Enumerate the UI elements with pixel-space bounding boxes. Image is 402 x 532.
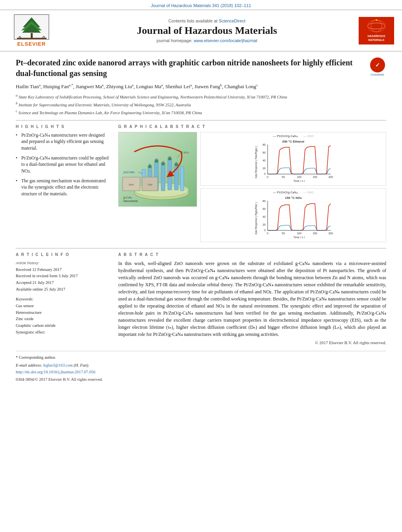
svg-text:150: 150 xyxy=(313,176,317,178)
elsevier-logo-section: ELSEVIER xyxy=(6,14,57,47)
svg-text:0: 0 xyxy=(264,172,266,175)
svg-text:60: 60 xyxy=(262,208,266,210)
svg-rect-4 xyxy=(17,38,47,39)
svg-text:50: 50 xyxy=(282,232,285,235)
article-title-section: Pt–decorated zinc oxide nanorod arrays w… xyxy=(16,57,386,79)
abstract-heading: A B S T R A C T xyxy=(118,252,386,257)
received-date: Received 12 February 2017 xyxy=(16,267,110,273)
svg-text:g-C₃N₄: g-C₃N₄ xyxy=(123,196,132,199)
svg-text:ZnO NRs: ZnO NRs xyxy=(123,171,135,173)
online-date: Available online 25 July 2017 xyxy=(16,286,110,293)
svg-rect-0 xyxy=(31,33,33,38)
contents-available: Contents lists available at ScienceDirec… xyxy=(61,19,353,23)
keywords-list: Gas sensor Heterostructure Zinc oxide Gr… xyxy=(16,303,110,336)
highlight-item-3: The gas sensing mechanism was demonstrat… xyxy=(16,178,110,197)
footer-issn: 0304-3894/© 2017 Elsevier B.V. All right… xyxy=(16,376,386,383)
top-journal-link: Journal of Hazardous Materials 341 (2018… xyxy=(0,0,402,9)
info-dates: Received 12 February 2017 Received in re… xyxy=(16,267,110,293)
keyword-3: Zinc oxide xyxy=(16,316,110,323)
affil-a: a State Key Laboratory of Solidification… xyxy=(16,93,386,100)
hazardous-globe-svg xyxy=(367,19,386,33)
authors-line: Hailin Tiana, Huiqing Fana,*, Jiangwei M… xyxy=(16,83,386,91)
nanorod-svg: g-C₃N₄ Nanosheets ZnO NRs xyxy=(119,132,197,207)
abstract-copyright: © 2017 Elsevier B.V. All rights reserved… xyxy=(118,340,386,345)
abstract-text: In this work, well-aligned ZnO nanorods … xyxy=(118,260,386,338)
revised-date: Received in revised form 3 July 2017 xyxy=(16,273,110,280)
svg-point-28 xyxy=(156,158,158,160)
section-divider-2 xyxy=(16,248,386,248)
svg-text:TEM: TEM xyxy=(147,183,153,185)
svg-text:Time ( s ): Time ( s ) xyxy=(293,236,305,238)
svg-text:250 °C  Ethanol: 250 °C Ethanol xyxy=(282,140,304,143)
header-center: Contents lists available at ScienceDirec… xyxy=(61,19,353,43)
hazardous-badge: HAZARDOUSMATERIALS xyxy=(359,17,394,44)
svg-text:SEM: SEM xyxy=(128,183,134,185)
svg-text:0: 0 xyxy=(264,229,266,232)
history-label: Article history: xyxy=(16,261,110,265)
article-title: Pt–decorated zinc oxide nanorod arrays w… xyxy=(16,57,365,79)
hazardous-badge-section: HAZARDOUSMATERIALS xyxy=(357,17,396,44)
svg-text:50: 50 xyxy=(282,176,285,178)
right-col-abstract: A B S T R A C T In this work, well-align… xyxy=(118,252,386,345)
svg-text:100: 100 xyxy=(297,232,302,235)
svg-text:20: 20 xyxy=(262,167,266,170)
article-info-heading: A R T I C L E I N F O xyxy=(16,252,110,257)
svg-text:200: 200 xyxy=(328,176,333,178)
svg-text:40: 40 xyxy=(262,215,266,218)
elsevier-wordmark: ELSEVIER xyxy=(17,41,46,47)
chart1-legend1: — Pt/ZnO/g-C₃N₄ xyxy=(273,134,297,138)
header-area: ELSEVIER Contents lists available at Sci… xyxy=(0,9,402,52)
sciencedirect-link[interactable]: ScienceDirect xyxy=(219,19,246,23)
svg-text:200: 200 xyxy=(328,232,333,235)
footer-email-link[interactable]: hqfan3@163.com xyxy=(43,363,73,367)
hazardous-label: HAZARDOUSMATERIALS xyxy=(368,34,385,41)
highlights-graphical-row: H I G H L I G H T S Pt/ZnO/g-C₃N₄ nanost… xyxy=(16,124,386,242)
chart1-legend2: — ZnO xyxy=(303,134,314,138)
svg-text:0: 0 xyxy=(267,176,268,178)
accepted-date: Accepted 21 July 2017 xyxy=(16,280,110,286)
svg-text:0: 0 xyxy=(267,232,268,235)
keyword-4: Graphitic carbon nitride xyxy=(16,323,110,329)
svg-text:Nanosheets: Nanosheets xyxy=(123,200,138,202)
svg-point-5 xyxy=(368,20,385,32)
page-wrapper: Journal of Hazardous Materials 341 (2018… xyxy=(0,0,402,532)
affil-b: b Institute for Superconducting and Elec… xyxy=(16,101,386,108)
svg-point-27 xyxy=(149,164,151,166)
svg-point-31 xyxy=(175,162,177,164)
svg-text:80: 80 xyxy=(262,143,266,146)
chart2-legend1: — Pt/ZnO/g-C₃N₄ xyxy=(273,191,297,194)
highlights-heading: H I G H L I G H T S xyxy=(16,124,110,129)
svg-text:Time ( s ): Time ( s ) xyxy=(293,180,305,182)
svg-rect-17 xyxy=(161,163,165,191)
highlight-item-1: Pt/ZnO/g-C₃N₄ nanostructures were design… xyxy=(16,132,110,152)
chart-no2: — Pt/ZnO/g-C₃N₄ — ZnO 150 °C NO₂ 80 xyxy=(200,188,386,242)
abstract-charts: — Pt/ZnO/g-C₃N₄ — ZnO 250 °C Ethanol xyxy=(200,132,386,242)
footer-doi: http://dx.doi.org/10.1016/j.jhazmat.2017… xyxy=(16,369,386,376)
svg-text:20: 20 xyxy=(262,223,266,226)
svg-text:Gas Response ( Rgas/Rair ): Gas Response ( Rgas/Rair ) xyxy=(255,202,258,235)
journal-citation: Journal of Hazardous Materials 341 (2018… xyxy=(151,3,251,8)
left-col-highlights: H I G H L I G H T S Pt/ZnO/g-C₃N₄ nanost… xyxy=(16,124,110,242)
keyword-2: Heterostructure xyxy=(16,310,110,316)
main-content: Pt–decorated zinc oxide nanorod arrays w… xyxy=(0,52,402,389)
svg-text:150: 150 xyxy=(313,232,317,235)
right-col-graphical: G R A P H I C A L A B S T R A C T xyxy=(118,124,386,242)
info-abstract-row: A R T I C L E I N F O Article history: R… xyxy=(16,252,386,345)
elsevier-logo: ELSEVIER xyxy=(14,14,49,47)
doi-link[interactable]: http://dx.doi.org/10.1016/j.jhazmat.2017… xyxy=(16,370,95,374)
journal-homepage: journal homepage: www.elsevier.com/locat… xyxy=(61,38,353,43)
footer-email: E-mail address: hqfan3@163.com (H. Fan). xyxy=(16,362,386,369)
chart2-svg: 150 °C NO₂ 80 60 40 20 0 xyxy=(203,195,384,238)
highlight-item-2: Pt/ZnO/g-C₃N₄ nanostructures could be ap… xyxy=(16,155,110,174)
keyword-1: Gas sensor xyxy=(16,303,110,310)
affil-c: c Science and Technology on Plasma Dynam… xyxy=(16,109,386,116)
elsevier-tree-svg xyxy=(15,15,48,39)
svg-text:40: 40 xyxy=(262,159,266,162)
left-col-info: A R T I C L E I N F O Article history: R… xyxy=(16,252,110,345)
graphical-abstract-content: g-C₃N₄ Nanosheets ZnO NRs xyxy=(118,132,386,242)
journal-name-header: Journal of Hazardous Materials xyxy=(61,25,353,37)
homepage-url[interactable]: www.elsevier.com/locate/jhazmat xyxy=(194,38,257,43)
elsevier-tree-image xyxy=(14,14,49,40)
article-info-section: Article history: Received 12 February 20… xyxy=(16,261,110,336)
nanorod-illustration-container: g-C₃N₄ Nanosheets ZnO NRs xyxy=(118,132,197,207)
